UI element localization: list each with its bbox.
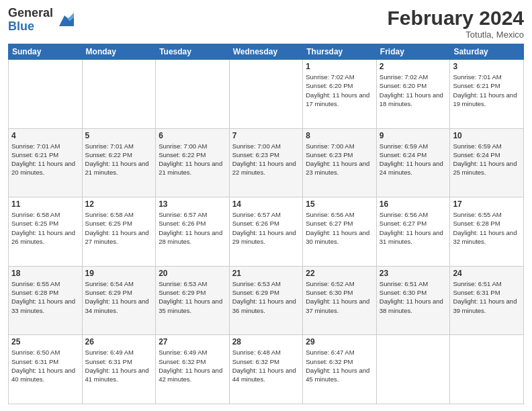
day-info: Sunrise: 6:59 AM Sunset: 6:24 PM Dayligh… [380,142,447,177]
day-info: Sunrise: 7:00 AM Sunset: 6:22 PM Dayligh… [159,142,226,177]
day-info: Sunrise: 6:48 AM Sunset: 6:32 PM Dayligh… [232,348,300,383]
calendar-cell: 1Sunrise: 7:02 AM Sunset: 6:20 PM Daylig… [303,60,377,129]
day-number: 19 [85,269,153,278]
calendar-cell: 25Sunrise: 6:50 AM Sunset: 6:31 PM Dayli… [9,335,83,404]
day-number: 29 [306,337,373,347]
day-number: 7 [232,131,300,140]
day-number: 15 [306,199,373,209]
day-info: Sunrise: 6:55 AM Sunset: 6:28 PM Dayligh… [453,210,521,246]
day-number: 11 [11,199,79,209]
day-info: Sunrise: 7:01 AM Sunset: 6:21 PM Dayligh… [11,142,79,177]
calendar-cell: 5Sunrise: 7:01 AM Sunset: 6:22 PM Daylig… [82,128,156,197]
day-info: Sunrise: 6:54 AM Sunset: 6:29 PM Dayligh… [85,279,153,315]
title-month-year: February 2024 [388,7,524,30]
calendar-cell [376,335,450,404]
calendar-cell: 23Sunrise: 6:51 AM Sunset: 6:30 PM Dayli… [376,266,450,335]
day-info: Sunrise: 6:58 AM Sunset: 6:25 PM Dayligh… [11,210,79,246]
day-number: 2 [380,62,447,71]
day-number: 22 [306,269,373,278]
day-info: Sunrise: 6:47 AM Sunset: 6:32 PM Dayligh… [306,348,373,383]
title-location: Totutla, Mexico [388,30,524,40]
day-number: 3 [453,62,521,71]
week-row-1: 1Sunrise: 7:02 AM Sunset: 6:20 PM Daylig… [9,60,524,129]
calendar-cell: 2Sunrise: 7:02 AM Sunset: 6:20 PM Daylig… [376,60,450,129]
calendar-cell [450,335,524,404]
day-number: 1 [306,62,373,71]
day-number: 27 [159,337,226,347]
calendar-cell: 7Sunrise: 7:00 AM Sunset: 6:23 PM Daylig… [229,128,303,197]
calendar-cell: 13Sunrise: 6:57 AM Sunset: 6:26 PM Dayli… [156,197,230,267]
week-row-3: 11Sunrise: 6:58 AM Sunset: 6:25 PM Dayli… [9,197,524,267]
day-info: Sunrise: 7:01 AM Sunset: 6:22 PM Dayligh… [85,142,153,177]
day-info: Sunrise: 6:52 AM Sunset: 6:30 PM Dayligh… [306,279,373,315]
day-info: Sunrise: 6:55 AM Sunset: 6:28 PM Dayligh… [11,279,79,315]
day-info: Sunrise: 6:59 AM Sunset: 6:24 PM Dayligh… [453,142,521,177]
col-header-saturday: Saturday [450,44,524,60]
day-number: 4 [11,131,79,140]
day-info: Sunrise: 6:53 AM Sunset: 6:29 PM Dayligh… [159,279,226,315]
calendar-table: SundayMondayTuesdayWednesdayThursdayFrid… [8,44,524,404]
calendar-cell: 26Sunrise: 6:49 AM Sunset: 6:31 PM Dayli… [82,335,156,404]
calendar-cell: 9Sunrise: 6:59 AM Sunset: 6:24 PM Daylig… [376,128,450,197]
calendar-cell [9,60,83,129]
day-number: 20 [159,269,226,278]
calendar-cell: 15Sunrise: 6:56 AM Sunset: 6:27 PM Dayli… [303,197,377,267]
col-header-thursday: Thursday [303,44,377,60]
calendar-cell: 16Sunrise: 6:56 AM Sunset: 6:27 PM Dayli… [376,197,450,267]
day-number: 12 [85,199,153,209]
calendar-cell: 29Sunrise: 6:47 AM Sunset: 6:32 PM Dayli… [303,335,377,404]
day-number: 13 [159,199,226,209]
logo-blue: Blue [8,20,53,34]
logo-general: General [8,7,53,20]
day-number: 21 [232,269,300,278]
calendar-cell: 21Sunrise: 6:53 AM Sunset: 6:29 PM Dayli… [229,266,303,335]
day-info: Sunrise: 6:56 AM Sunset: 6:27 PM Dayligh… [306,210,373,246]
logo-icon [55,11,74,30]
day-info: Sunrise: 6:51 AM Sunset: 6:30 PM Dayligh… [380,279,447,315]
calendar-cell [82,60,156,129]
day-number: 5 [85,131,153,140]
day-number: 14 [232,199,300,209]
calendar-cell: 17Sunrise: 6:55 AM Sunset: 6:28 PM Dayli… [450,197,524,267]
week-row-4: 18Sunrise: 6:55 AM Sunset: 6:28 PM Dayli… [9,266,524,335]
calendar-cell: 3Sunrise: 7:01 AM Sunset: 6:21 PM Daylig… [450,60,524,129]
title-block: February 2024 Totutla, Mexico [388,7,524,40]
day-number: 26 [85,337,153,347]
calendar-cell: 18Sunrise: 6:55 AM Sunset: 6:28 PM Dayli… [9,266,83,335]
calendar-cell: 14Sunrise: 6:57 AM Sunset: 6:26 PM Dayli… [229,197,303,267]
day-info: Sunrise: 7:02 AM Sunset: 6:20 PM Dayligh… [306,73,373,108]
day-info: Sunrise: 6:57 AM Sunset: 6:26 PM Dayligh… [159,210,226,246]
day-number: 17 [453,199,521,209]
day-info: Sunrise: 6:49 AM Sunset: 6:31 PM Dayligh… [85,348,153,383]
day-info: Sunrise: 6:49 AM Sunset: 6:32 PM Dayligh… [159,348,226,383]
day-number: 28 [232,337,300,347]
day-number: 9 [380,131,447,140]
day-number: 6 [159,131,226,140]
calendar-cell [156,60,230,129]
calendar-cell: 10Sunrise: 6:59 AM Sunset: 6:24 PM Dayli… [450,128,524,197]
calendar-cell: 24Sunrise: 6:51 AM Sunset: 6:31 PM Dayli… [450,266,524,335]
day-number: 18 [11,269,79,278]
day-info: Sunrise: 7:00 AM Sunset: 6:23 PM Dayligh… [306,142,373,177]
calendar-cell: 8Sunrise: 7:00 AM Sunset: 6:23 PM Daylig… [303,128,377,197]
calendar-cell: 6Sunrise: 7:00 AM Sunset: 6:22 PM Daylig… [156,128,230,197]
col-header-sunday: Sunday [9,44,83,60]
logo: General Blue [8,7,74,34]
col-header-wednesday: Wednesday [229,44,303,60]
calendar-body: 1Sunrise: 7:02 AM Sunset: 6:20 PM Daylig… [9,60,524,404]
week-row-2: 4Sunrise: 7:01 AM Sunset: 6:21 PM Daylig… [9,128,524,197]
calendar-cell: 28Sunrise: 6:48 AM Sunset: 6:32 PM Dayli… [229,335,303,404]
day-number: 8 [306,131,373,140]
day-info: Sunrise: 6:53 AM Sunset: 6:29 PM Dayligh… [232,279,300,315]
day-info: Sunrise: 6:57 AM Sunset: 6:26 PM Dayligh… [232,210,300,246]
calendar-cell: 27Sunrise: 6:49 AM Sunset: 6:32 PM Dayli… [156,335,230,404]
day-info: Sunrise: 6:50 AM Sunset: 6:31 PM Dayligh… [11,348,79,383]
calendar-cell: 4Sunrise: 7:01 AM Sunset: 6:21 PM Daylig… [9,128,83,197]
calendar-cell: 19Sunrise: 6:54 AM Sunset: 6:29 PM Dayli… [82,266,156,335]
calendar-header-row: SundayMondayTuesdayWednesdayThursdayFrid… [9,44,524,60]
day-info: Sunrise: 6:58 AM Sunset: 6:25 PM Dayligh… [85,210,153,246]
calendar-cell: 22Sunrise: 6:52 AM Sunset: 6:30 PM Dayli… [303,266,377,335]
day-info: Sunrise: 6:51 AM Sunset: 6:31 PM Dayligh… [453,279,521,315]
header: General Blue February 2024 Totutla, Mexi… [8,7,524,40]
col-header-tuesday: Tuesday [156,44,230,60]
